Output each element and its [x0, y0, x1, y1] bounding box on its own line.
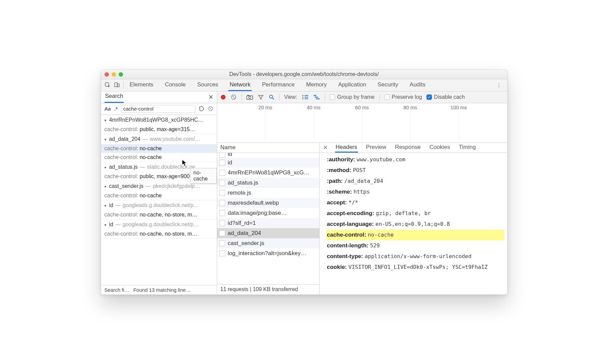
table-row[interactable]: id [217, 158, 319, 168]
tab-timing[interactable]: Timing [458, 143, 476, 153]
request-detail-panel: ✕ HeadersPreviewResponseCookiesTiming :a… [320, 143, 507, 294]
tab-elements[interactable]: Elements [128, 79, 155, 91]
clear-icon[interactable] [231, 94, 237, 100]
svg-rect-7 [247, 95, 249, 96]
header-row[interactable]: :path: /ad_data_204 [326, 176, 504, 187]
table-row[interactable]: data:image/png;base… [217, 208, 319, 218]
file-icon [219, 250, 225, 256]
network-body: Name idid4mrRnEPnWo81qWPG8_xcG…ad_status… [217, 143, 507, 294]
search-result-line[interactable]: cache-control: no-cache, no-store, m… [101, 230, 217, 238]
table-row[interactable]: id [217, 153, 319, 158]
tab-preview[interactable]: Preview [365, 143, 387, 153]
tab-sources[interactable]: Sources [196, 79, 219, 91]
search-result-line[interactable]: cache-control: no-cache [101, 144, 217, 153]
close-icon[interactable]: ✕ [208, 93, 213, 101]
table-row[interactable]: log_interaction?alt=json&key… [217, 248, 319, 258]
search-icon[interactable] [269, 94, 275, 100]
request-name: remote.js [228, 190, 251, 196]
header-row[interactable]: accept-encoding: gzip, deflate, br [326, 208, 504, 219]
search-result-group-header[interactable]: ▼id — googleads.g.doubleclick.net/p… [101, 200, 217, 210]
header-row[interactable]: cache-control: no-cache [326, 230, 504, 240]
title-bar: DevTools - developers.google.com/web/too… [101, 70, 507, 79]
zoom-window-button[interactable] [119, 72, 123, 77]
search-results[interactable]: ▼4mrRnEPnWo81qWPG8_xcGP85HC…cache-contro… [101, 115, 217, 285]
detail-tabs: ✕ HeadersPreviewResponseCookiesTiming [320, 143, 507, 153]
tab-application[interactable]: Application [337, 79, 367, 91]
request-rows[interactable]: idid4mrRnEPnWo81qWPG8_xcG…ad_status.jsre… [217, 153, 319, 284]
search-result-group: ▼cast_sender.js — pkedcjkdefgpdelp…cache… [101, 181, 217, 200]
column-name-header: Name [220, 144, 236, 151]
search-result-line[interactable]: cache-control: no-cache [101, 191, 217, 200]
table-row[interactable]: maxresdefault.webp [217, 198, 319, 208]
header-row[interactable]: :scheme: https [326, 187, 504, 197]
header-row[interactable]: accept: */* [326, 197, 504, 208]
timeline-tick: 60 ms [355, 105, 369, 110]
tab-console[interactable]: Console [163, 79, 187, 91]
request-name: log_interaction?alt=json&key… [228, 250, 307, 257]
table-row[interactable]: 4mrRnEPnWo81qWPG8_xcG… [217, 168, 319, 178]
file-icon [219, 180, 225, 186]
search-result-group-header[interactable]: ▼id — googleads.g.doubleclick.net/p… [101, 219, 217, 230]
header-row[interactable]: content-type: application/x-www-form-url… [326, 251, 504, 262]
tab-headers[interactable]: Headers [335, 143, 358, 153]
search-result-group-header[interactable]: ▼4mrRnEPnWo81qWPG8_xcGP85HC… [101, 115, 217, 125]
regex-toggle[interactable]: .* [114, 106, 118, 112]
table-row[interactable]: id?slf_rd=1 [217, 218, 319, 228]
tab-audits[interactable]: Audits [408, 79, 427, 91]
search-result-line[interactable]: cache-control: public, max-age=315… [101, 125, 217, 134]
clear-icon[interactable] [208, 106, 213, 112]
search-result-line[interactable]: cache-control: no-cache, no-store, m… [101, 210, 217, 219]
mouse-cursor-icon [182, 159, 189, 167]
tooltip: no-cache [191, 168, 217, 184]
view-large-icon[interactable] [302, 94, 309, 100]
tab-memory[interactable]: Memory [305, 79, 328, 91]
match-case-toggle[interactable]: Aa [105, 106, 111, 112]
close-icon[interactable]: ✕ [323, 144, 328, 151]
tab-network[interactable]: Network [228, 79, 252, 91]
filter-icon[interactable] [258, 94, 264, 100]
table-row[interactable]: ad_status.js [217, 178, 319, 188]
capture-screenshots-icon[interactable] [246, 94, 253, 100]
preserve-log-checkbox[interactable]: Preserve log [384, 94, 422, 100]
header-row[interactable]: accept-language: en-US,en;q=0.9,la;q=0.8 [326, 219, 504, 230]
request-list-header[interactable]: Name [217, 143, 319, 153]
search-input[interactable] [121, 105, 195, 113]
view-label: View: [284, 94, 297, 100]
tab-cookies[interactable]: Cookies [429, 143, 451, 153]
view-waterfall-icon[interactable] [313, 94, 320, 100]
tab-performance[interactable]: Performance [260, 79, 296, 91]
header-row[interactable]: content-length: 529 [326, 240, 504, 251]
refresh-icon[interactable] [199, 106, 204, 112]
file-icon [219, 200, 225, 206]
header-row[interactable]: cookie: VISITOR_INFO1_LIVE=dDk0-xTswPs; … [326, 262, 504, 273]
record-button[interactable] [220, 94, 226, 100]
tab-response[interactable]: Response [394, 143, 421, 153]
table-row[interactable]: cast_sender.js [217, 238, 319, 248]
header-row[interactable]: :authority: www.youtube.com [326, 154, 504, 165]
inspect-element-icon[interactable] [105, 82, 111, 88]
file-icon [219, 210, 225, 216]
device-mode-icon[interactable] [114, 82, 120, 88]
main-tabs: ElementsConsoleSourcesNetworkPerformance… [128, 79, 427, 91]
search-input-row: Aa .* [101, 103, 217, 115]
tab-security[interactable]: Security [376, 79, 399, 91]
table-row[interactable]: ad_data_204 [217, 228, 319, 238]
request-name: ad_data_204 [228, 230, 261, 237]
request-headers[interactable]: :authority: www.youtube.com:method: POST… [320, 153, 507, 294]
file-icon [219, 153, 225, 158]
request-name: data:image/png;base… [228, 210, 287, 216]
devtools-window: DevTools - developers.google.com/web/too… [101, 70, 508, 295]
minimize-window-button[interactable] [112, 72, 116, 77]
close-window-button[interactable] [105, 72, 109, 77]
search-result-line[interactable]: cache-control: no-cache [101, 153, 217, 162]
more-options-icon[interactable]: ⋮ [493, 82, 505, 89]
table-row[interactable]: remote.js [217, 188, 319, 198]
file-icon [219, 220, 225, 226]
file-icon [219, 190, 225, 196]
group-by-frame-checkbox[interactable]: Group by frame [330, 94, 374, 100]
search-result-group-header[interactable]: ▼ad_data_204 — www.youtube.com/… [101, 134, 217, 144]
disable-cache-checkbox[interactable]: ✓Disable cach [427, 94, 465, 100]
header-row[interactable]: :method: POST [326, 165, 504, 176]
request-name: ad_status.js [228, 179, 258, 186]
timeline[interactable]: 20 ms40 ms60 ms80 ms100 ms [217, 103, 507, 143]
